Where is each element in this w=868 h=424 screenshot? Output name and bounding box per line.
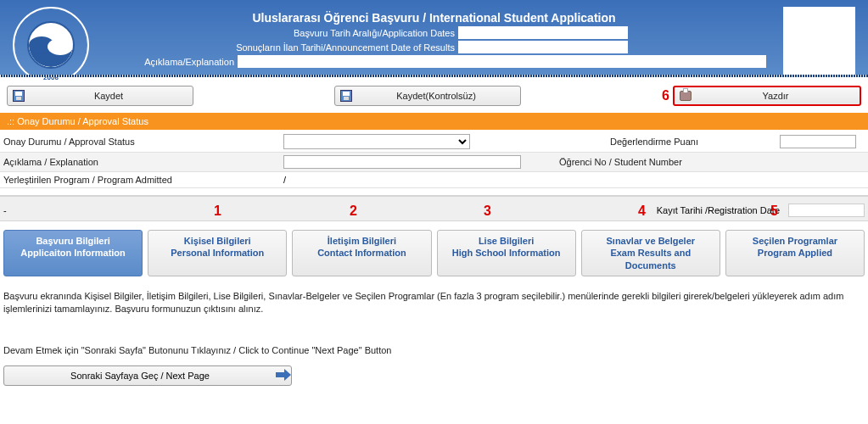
tab-personal-info[interactable]: Kişisel Bilgileri Personal Information <box>148 230 287 276</box>
registration-date-value <box>788 204 865 217</box>
app-dates-label: Başvuru Tarih Aralığı/Application Dates <box>102 28 458 38</box>
page-header: 2006 Uluslararası Öğrenci Başvuru / Inte… <box>0 0 868 77</box>
continue-hint-text: Devam Etmek için "Sonraki Sayfa" Butonun… <box>0 320 868 360</box>
program-admitted-value: / <box>283 175 865 185</box>
program-admitted-row: Yerleştirilen Program / Program Admitted… <box>0 172 868 188</box>
tab-high-school-info[interactable]: Lise Bilgileri High School Information <box>437 230 576 276</box>
header-explanation-value <box>238 55 766 68</box>
tab-application-info[interactable]: Başvuru Bilgileri Applicaiton Informatio… <box>3 230 143 276</box>
annotation-5: 5 <box>770 204 778 219</box>
announcement-date-value <box>458 41 628 53</box>
tab-program-applied[interactable]: Seçilen Programlar Program Applied <box>725 230 865 276</box>
annotation-2: 2 <box>350 204 357 219</box>
score-label: Değerlendirme Puanı <box>610 137 780 147</box>
explanation-input[interactable] <box>283 155 521 169</box>
tab-contact-info[interactable]: İletişim Bilgileri Contact Information <box>292 230 431 276</box>
app-dates-value <box>458 26 628 39</box>
tab-bar: Başvuru Bilgileri Applicaiton Informatio… <box>0 226 868 280</box>
instructions-text: Başvuru ekranında Kişisel Bilgiler, İlet… <box>0 280 868 320</box>
explanation-label: Açıklama / Explanation <box>3 157 283 167</box>
header-explanation-label: Açıklama/Explanation <box>102 57 238 67</box>
save-nocheck-button[interactable]: Kaydet(Kontrolsüz) <box>334 86 521 106</box>
announcement-date-label: Sonuçların İlan Tarihi/Announcement Date… <box>102 42 458 53</box>
arrow-right-icon <box>276 369 291 382</box>
approval-status-label: Onay Durumu / Approval Status <box>3 137 283 147</box>
program-admitted-label: Yerleştirilen Program / Program Admitted <box>3 175 283 185</box>
university-logo: 2006 <box>13 7 89 83</box>
registration-date-row: - 1 2 3 4 5 Kayıt Tarihi /Registration D… <box>0 195 868 221</box>
print-button[interactable]: Yazdır <box>673 86 861 106</box>
toolbar: Kaydet Kaydet(Kontrolsüz) 6 Yazdır <box>0 77 868 111</box>
save-icon <box>339 88 354 103</box>
explanation-row: Açıklama / Explanation Öğrenci No / Stud… <box>0 153 868 172</box>
dash-text: - <box>3 205 7 215</box>
registration-date-label: Kayıt Tarihi /Registration Date <box>657 205 780 215</box>
annotation-3: 3 <box>484 204 491 219</box>
approval-status-row: Onay Durumu / Approval Status Değerlendi… <box>0 131 868 153</box>
annotation-1: 1 <box>214 204 221 219</box>
page-title: Uluslararası Öğrenci Başvuru / Internati… <box>102 7 766 25</box>
save-icon <box>11 88 26 103</box>
photo-placeholder <box>783 7 855 79</box>
student-no-label: Öğrenci No / Student Number <box>559 157 780 167</box>
approval-status-section-header: .:: Onay Durumu / Approval Status <box>0 113 868 130</box>
print-icon <box>678 88 693 103</box>
annotation-4: 4 <box>638 204 646 219</box>
save-button[interactable]: Kaydet <box>7 86 193 106</box>
score-input[interactable] <box>780 135 856 148</box>
approval-status-select[interactable] <box>283 134 470 149</box>
next-page-button[interactable]: Sonraki Sayfaya Geç / Next Page <box>3 365 292 386</box>
annotation-6: 6 <box>662 88 669 103</box>
tab-exam-results[interactable]: Sınavlar ve Belgeler Exam Results and Do… <box>581 230 720 276</box>
